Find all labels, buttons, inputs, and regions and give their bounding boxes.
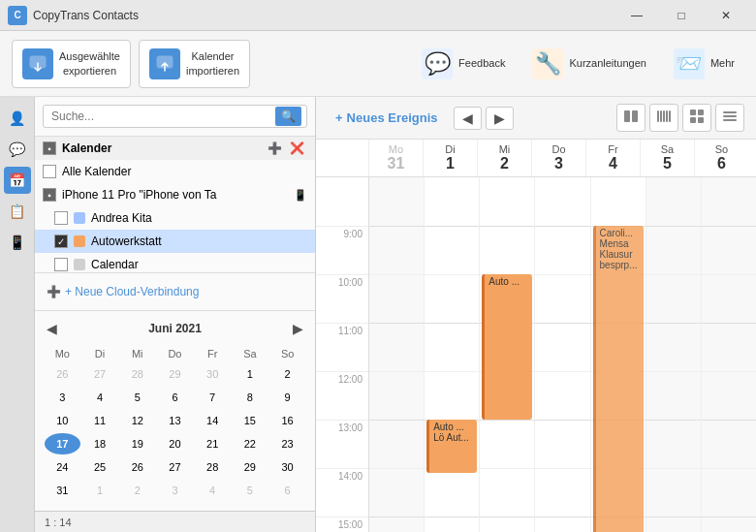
mini-cal-day[interactable]: 21 bbox=[195, 433, 231, 454]
mini-cal-day[interactable]: 6 bbox=[157, 387, 193, 408]
mini-cal-day[interactable]: 25 bbox=[82, 456, 118, 478]
calendar-checkbox[interactable] bbox=[54, 211, 68, 225]
mini-cal-day[interactable]: 11 bbox=[82, 410, 118, 431]
mini-cal-weekday-row: MoDiMiDoFrSaSo bbox=[45, 346, 305, 361]
search-input[interactable] bbox=[43, 105, 307, 128]
week-day-header-so[interactable]: So 6 bbox=[694, 140, 748, 176]
mini-cal-day[interactable]: 2 bbox=[269, 363, 305, 385]
sidebar-icon-apps[interactable]: 📱 bbox=[4, 229, 31, 256]
status-text: 1 : 14 bbox=[45, 516, 72, 528]
mini-cal-day[interactable]: 15 bbox=[233, 410, 268, 431]
view-month-button[interactable] bbox=[682, 104, 711, 132]
mini-cal-day[interactable]: 29 bbox=[157, 363, 193, 385]
mini-cal-day[interactable]: 22 bbox=[233, 433, 268, 454]
mini-cal-day[interactable]: 29 bbox=[233, 456, 268, 478]
import-button[interactable]: Kalenderimportieren bbox=[139, 40, 250, 88]
week-day-header-di[interactable]: Di 1 bbox=[423, 140, 477, 176]
mini-cal-day[interactable]: 1 bbox=[82, 480, 118, 501]
mini-cal-day[interactable]: 4 bbox=[195, 480, 231, 501]
list-item[interactable]: ✓ Autowerkstatt bbox=[35, 230, 315, 253]
cal-next-button[interactable]: ▶ bbox=[486, 107, 514, 130]
grid-top-spacer bbox=[480, 177, 534, 226]
add-calendar-button[interactable]: ➕ bbox=[265, 141, 285, 156]
mini-cal-day[interactable]: 5 bbox=[119, 387, 155, 408]
mini-cal-next[interactable]: ▶ bbox=[289, 319, 307, 338]
calendar-event[interactable]: Auto ... bbox=[482, 274, 532, 420]
list-item[interactable]: Andrea Kita bbox=[35, 206, 315, 230]
week-day-header-mo[interactable]: Mo 31 bbox=[368, 140, 423, 176]
view-week-button[interactable] bbox=[649, 104, 678, 132]
mini-cal-day[interactable]: 12 bbox=[119, 410, 155, 431]
sidebar-icon-contacts[interactable]: 👤 bbox=[4, 105, 31, 132]
calendar-checkbox[interactable] bbox=[54, 258, 68, 271]
delete-calendar-button[interactable]: ❌ bbox=[287, 141, 307, 156]
mini-cal-day[interactable]: 23 bbox=[269, 433, 305, 454]
mini-cal-day[interactable]: 17 bbox=[45, 433, 80, 454]
calendar-checkbox[interactable]: ▪ bbox=[43, 141, 56, 155]
search-button[interactable]: 🔍 bbox=[275, 107, 301, 126]
mini-cal-day[interactable]: 6 bbox=[269, 480, 305, 501]
feedback-button[interactable]: 💬 Feedback bbox=[412, 40, 515, 88]
event-title: Caroli...MensaKlausurbesprp... bbox=[600, 228, 638, 270]
week-day-header-do[interactable]: Do 3 bbox=[531, 140, 585, 176]
day-number: 31 bbox=[371, 155, 421, 172]
calendar-checkbox[interactable] bbox=[43, 165, 56, 178]
week-day-header-mi[interactable]: Mi 2 bbox=[477, 140, 531, 176]
mini-cal-day[interactable]: 24 bbox=[45, 456, 80, 478]
mini-cal-day[interactable]: 1 bbox=[233, 363, 268, 385]
calendar-checkbox[interactable]: ▪ bbox=[43, 188, 56, 202]
mini-cal-day[interactable]: 31 bbox=[45, 480, 80, 501]
mini-cal-day[interactable]: 30 bbox=[195, 363, 231, 385]
mini-cal-day[interactable]: 5 bbox=[233, 480, 268, 501]
calendar-name: Alle Kalender bbox=[62, 165, 307, 178]
more-button[interactable]: 📨 Mehr bbox=[664, 40, 744, 88]
sidebar-icon-notes[interactable]: 📋 bbox=[4, 198, 31, 225]
mini-cal-prev[interactable]: ◀ bbox=[43, 319, 61, 338]
minimize-button[interactable]: — bbox=[614, 0, 659, 31]
mini-cal-day[interactable]: 30 bbox=[269, 456, 305, 478]
time-slot-11: 11:00 bbox=[316, 323, 368, 371]
mini-cal-day[interactable]: 28 bbox=[195, 456, 231, 478]
mini-cal-day[interactable]: 16 bbox=[269, 410, 305, 431]
add-cloud-button[interactable]: ➕ + Neue Cloud-Verbindung bbox=[43, 281, 307, 302]
view-list-button[interactable] bbox=[715, 104, 744, 132]
mini-cal-day[interactable]: 19 bbox=[119, 433, 155, 454]
cal-prev-button[interactable]: ◀ bbox=[454, 107, 482, 130]
mini-cal-day[interactable]: 3 bbox=[45, 387, 80, 408]
list-item[interactable]: ▪ Kalender ➕ ❌ bbox=[35, 137, 315, 160]
list-item[interactable]: Alle Kalender bbox=[35, 160, 315, 183]
calendar-event[interactable]: Caroli...MensaKlausurbesprp... bbox=[593, 226, 644, 532]
mini-cal-day[interactable]: 9 bbox=[269, 387, 305, 408]
sidebar-icon-calendar[interactable]: 📅 bbox=[4, 167, 31, 194]
calendar-checkbox[interactable]: ✓ bbox=[54, 235, 68, 248]
mini-cal-day[interactable]: 3 bbox=[157, 480, 193, 501]
mini-cal-day[interactable]: 27 bbox=[157, 456, 193, 478]
mini-cal-day[interactable]: 10 bbox=[45, 410, 80, 431]
list-item[interactable]: Calendar bbox=[35, 253, 315, 273]
mini-cal-day[interactable]: 4 bbox=[82, 387, 118, 408]
mini-cal-day[interactable]: 20 bbox=[157, 433, 193, 454]
calendar-event[interactable]: Auto ...Lö Aut... bbox=[426, 420, 477, 473]
maximize-button[interactable]: □ bbox=[659, 0, 704, 31]
export-button[interactable]: Ausgewählteexportieren bbox=[12, 40, 131, 88]
mini-cal-day[interactable]: 14 bbox=[195, 410, 231, 431]
mini-cal-day[interactable]: 8 bbox=[233, 387, 268, 408]
mini-cal-day[interactable]: 27 bbox=[82, 363, 118, 385]
mini-cal-day[interactable]: 26 bbox=[45, 363, 80, 385]
more-icon: 📨 bbox=[674, 48, 705, 79]
mini-cal-day[interactable]: 7 bbox=[195, 387, 231, 408]
shortcuts-button[interactable]: 🔧 Kurzanleitungen bbox=[522, 40, 656, 88]
day-short: Do bbox=[551, 143, 565, 155]
mini-cal-day[interactable]: 2 bbox=[119, 480, 155, 501]
week-day-header-sa[interactable]: Sa 5 bbox=[640, 140, 694, 176]
mini-cal-day[interactable]: 26 bbox=[119, 456, 155, 478]
mini-cal-day[interactable]: 28 bbox=[119, 363, 155, 385]
sidebar-icon-messages[interactable]: 💬 bbox=[4, 136, 31, 163]
list-item[interactable]: ▪ iPhone 11 Pro "iPhone von Ta 📱 bbox=[35, 183, 315, 206]
week-day-header-fr[interactable]: Fr 4 bbox=[585, 140, 640, 176]
new-event-button[interactable]: + Neues Ereignis bbox=[328, 107, 446, 129]
mini-cal-day[interactable]: 18 bbox=[82, 433, 118, 454]
mini-cal-day[interactable]: 13 bbox=[157, 410, 193, 431]
view-multiday-button[interactable] bbox=[616, 104, 646, 132]
close-button[interactable]: ✕ bbox=[704, 0, 748, 31]
